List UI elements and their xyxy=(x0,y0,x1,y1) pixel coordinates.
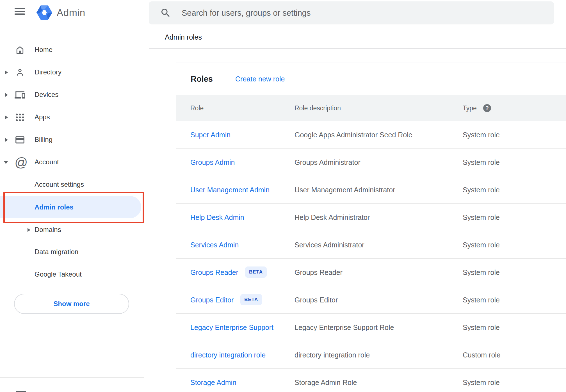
role-type: System role xyxy=(463,204,500,231)
sidebar-item-label: Data migration xyxy=(35,243,78,260)
sidebar-item-label: Google Takeout xyxy=(35,266,82,283)
chevron-right-icon[interactable] xyxy=(28,228,30,232)
role-type: System role xyxy=(463,121,500,149)
role-link[interactable]: Groups EditorBETA xyxy=(190,286,262,314)
hamburger-menu-icon[interactable] xyxy=(15,8,25,15)
sidebar-item-domains[interactable]: Domains xyxy=(0,221,144,238)
sidebar-item-label: Devices xyxy=(35,86,58,103)
role-description: Legacy Enterprise Support Role xyxy=(295,314,394,341)
table-row: User Management Admin User Management Ad… xyxy=(176,176,566,204)
role-description: Groups Administrator xyxy=(295,149,360,176)
sidebar-item-google-takeout[interactable]: Google Takeout xyxy=(0,266,144,283)
sidebar-item-label: Admin roles xyxy=(35,196,74,218)
sidebar-item-label: Apps xyxy=(35,109,50,126)
home-icon xyxy=(15,45,25,55)
sidebar-item-account[interactable]: @ Account xyxy=(0,154,144,170)
at-icon: @ xyxy=(15,157,25,168)
search-placeholder: Search for users, groups or settings xyxy=(182,1,311,24)
sidebar-item-billing[interactable]: Billing xyxy=(0,131,144,148)
sidebar-item-label: Account xyxy=(35,154,59,170)
beta-badge: BETA xyxy=(240,294,262,305)
app-title: Admin xyxy=(57,4,85,21)
role-description: Storage Admin Role xyxy=(295,369,357,392)
chevron-right-icon[interactable] xyxy=(5,70,8,74)
role-link[interactable]: Groups Admin xyxy=(190,149,235,176)
partial-clipped-icon xyxy=(16,391,26,392)
sidebar-item-label: Billing xyxy=(35,131,53,148)
admin-console-screen: Admin Home Directory xyxy=(0,0,566,392)
sidebar-item-data-migration[interactable]: Data migration xyxy=(0,243,144,260)
sidebar-item-label: Home xyxy=(35,41,53,58)
roles-table-header: Role Role description Type ? xyxy=(176,95,566,121)
role-link[interactable]: directory integration role xyxy=(190,341,266,369)
role-link[interactable]: Super Admin xyxy=(190,121,230,149)
person-icon xyxy=(15,67,25,78)
roles-card: Roles Create new role Role Role descript… xyxy=(176,63,566,392)
role-type: System role xyxy=(463,149,500,176)
role-description: Groups Reader xyxy=(295,259,343,286)
apps-icon xyxy=(15,112,25,123)
role-description: Help Desk Administrator xyxy=(295,204,370,231)
billing-icon xyxy=(15,135,25,145)
header-divider xyxy=(149,48,566,49)
sidebar-item-label: Domains xyxy=(35,221,61,238)
sidebar-item-account-settings[interactable]: Account settings xyxy=(0,176,144,193)
beta-badge: BETA xyxy=(245,266,267,278)
chevron-right-icon[interactable] xyxy=(5,115,8,119)
sidebar-item-devices[interactable]: Devices xyxy=(0,86,144,103)
sidebar-item-label: Directory xyxy=(35,64,61,81)
table-row: Super Admin Google Apps Administrator Se… xyxy=(176,121,566,149)
chevron-right-icon[interactable] xyxy=(5,138,8,142)
role-link[interactable]: User Management Admin xyxy=(190,176,270,204)
role-link[interactable]: Help Desk Admin xyxy=(190,204,244,231)
sidebar-divider xyxy=(0,377,144,378)
table-row: directory integration role directory int… xyxy=(176,341,566,369)
show-more-button[interactable]: Show more xyxy=(14,294,129,314)
sidebar: Admin Home Directory xyxy=(0,0,144,392)
role-type: System role xyxy=(463,231,500,259)
role-description: directory integration role xyxy=(295,341,370,369)
card-title: Roles xyxy=(191,63,213,95)
table-row: Help Desk Admin Help Desk Administrator … xyxy=(176,204,566,231)
table-row: Groups EditorBETA Groups Editor System r… xyxy=(176,286,566,314)
role-link[interactable]: Services Admin xyxy=(190,231,239,259)
roles-table-body: Super Admin Google Apps Administrator Se… xyxy=(176,121,566,392)
help-icon[interactable]: ? xyxy=(483,104,491,112)
role-type: System role xyxy=(463,369,500,392)
chevron-right-icon[interactable] xyxy=(5,93,8,97)
role-description: Services Administrator xyxy=(295,231,364,259)
search-icon xyxy=(160,7,171,19)
admin-logo-icon xyxy=(36,4,53,21)
chevron-down-icon[interactable] xyxy=(4,161,8,164)
role-link[interactable]: Groups ReaderBETA xyxy=(190,259,267,286)
breadcrumb: Admin roles xyxy=(165,33,202,41)
table-row: Legacy Enterprise Support Legacy Enterpr… xyxy=(176,314,566,341)
role-description: Google Apps Administrator Seed Role xyxy=(295,121,412,149)
table-row: Services Admin Services Administrator Sy… xyxy=(176,231,566,259)
table-row: Storage Admin Storage Admin Role System … xyxy=(176,369,566,392)
devices-icon xyxy=(15,90,25,100)
create-new-role-link[interactable]: Create new role xyxy=(235,63,285,95)
column-header-role: Role xyxy=(190,95,204,121)
sidebar-item-home[interactable]: Home xyxy=(0,41,144,58)
role-link[interactable]: Storage Admin xyxy=(190,369,236,392)
column-header-type: Type xyxy=(463,95,477,121)
role-type: System role xyxy=(463,259,500,286)
column-header-description: Role description xyxy=(295,95,341,121)
role-link[interactable]: Legacy Enterprise Support xyxy=(190,314,273,341)
role-type: Custom role xyxy=(463,341,501,369)
role-description: User Management Administrator xyxy=(295,176,395,204)
sidebar-item-admin-roles[interactable]: Admin roles xyxy=(0,196,141,218)
sidebar-item-directory[interactable]: Directory xyxy=(0,64,144,81)
search-input[interactable]: Search for users, groups or settings xyxy=(149,1,554,24)
role-description: Groups Editor xyxy=(295,286,338,314)
role-type: System role xyxy=(463,176,500,204)
sidebar-item-apps[interactable]: Apps xyxy=(0,109,144,126)
role-type: System role xyxy=(463,314,500,341)
role-type: System role xyxy=(463,286,500,314)
table-row: Groups ReaderBETA Groups Reader System r… xyxy=(176,259,566,286)
table-row: Groups Admin Groups Administrator System… xyxy=(176,149,566,176)
sidebar-item-label: Account settings xyxy=(35,176,84,193)
